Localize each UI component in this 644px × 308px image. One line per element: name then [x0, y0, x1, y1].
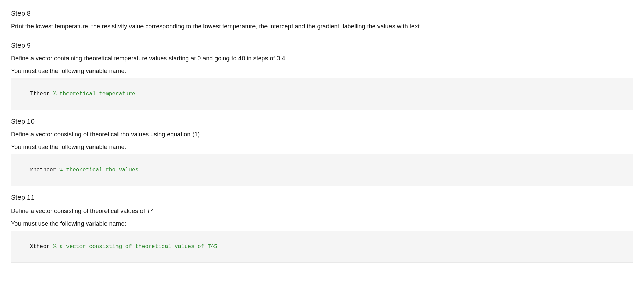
- step-9-section: Step 9 Define a vector containing theore…: [11, 40, 633, 110]
- step-11-heading: Step 11: [11, 192, 633, 202]
- step-9-description: Define a vector containing theoretical t…: [11, 54, 633, 63]
- step-10-code-block: rhotheor % theoretical rho values: [11, 154, 633, 186]
- step-11-description-text1: Define a vector consisting of theoretica…: [11, 208, 147, 214]
- step-10-code-var: rhotheor: [30, 167, 56, 173]
- step-9-variable-label: You must use the following variable name…: [11, 66, 633, 76]
- step-11-code-block: Xtheor % a vector consisting of theoreti…: [11, 231, 633, 263]
- step-9-code-block: Ttheor % theoretical temperature: [11, 78, 633, 110]
- step-10-variable-label: You must use the following variable name…: [11, 143, 633, 152]
- step-11-section: Step 11 Define a vector consisting of th…: [11, 192, 633, 263]
- step-9-heading: Step 9: [11, 40, 633, 50]
- step-11-code-var: Xtheor: [30, 244, 50, 250]
- step-10-heading: Step 10: [11, 116, 633, 126]
- step-11-description: Define a vector consisting of theoretica…: [11, 206, 633, 216]
- step-10-code-comment: % theoretical rho values: [60, 167, 138, 173]
- step-11-variable-label: You must use the following variable name…: [11, 219, 633, 229]
- step-9-code-comment: % theoretical temperature: [53, 91, 135, 97]
- step-11-T-variable: T5: [147, 208, 153, 214]
- step-11-code-comment: % a vector consisting of theoretical val…: [53, 244, 218, 250]
- step-8-description: Print the lowest temperature, the resist…: [11, 22, 633, 31]
- step-8-section: Step 8 Print the lowest temperature, the…: [11, 8, 633, 31]
- step-9-code-var: Ttheor: [30, 91, 50, 97]
- step-8-heading: Step 8: [11, 8, 633, 19]
- step-10-description: Define a vector consisting of theoretica…: [11, 130, 633, 139]
- step-10-section: Step 10 Define a vector consisting of th…: [11, 116, 633, 186]
